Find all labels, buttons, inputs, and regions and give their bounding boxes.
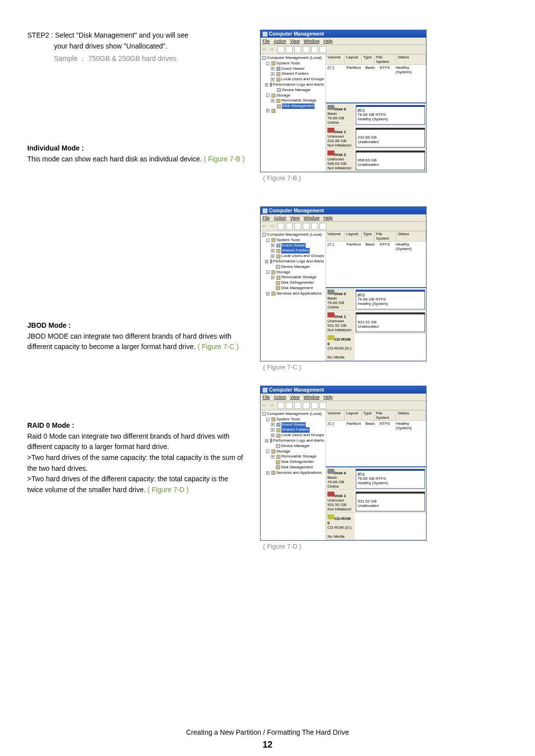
individual-body: This mode can show each hard disk as ind… [27, 155, 204, 163]
tree-root[interactable]: Computer Management (Local) [267, 55, 322, 61]
tree-disk-mgmt[interactable]: Disk Management [282, 103, 315, 109]
forward-icon[interactable]: ⇨ [270, 223, 276, 229]
disk-0-block[interactable]: Disk 0 Basic 76.68 GB Online (C:) 76.68 … [326, 103, 426, 126]
perf-icon [270, 83, 272, 87]
individual-fig: ( Figure 7-B ) [204, 155, 244, 163]
toolbar-button[interactable] [294, 402, 301, 409]
app-icon [263, 32, 268, 37]
tree-systools[interactable]: System Tools [276, 61, 300, 66]
menu-window[interactable]: Window [304, 215, 320, 220]
volume-row[interactable]: (C:) Partition Basic NTFS Healthy (Syste… [326, 65, 426, 75]
disk-1-block[interactable]: Disk 1Unknown931.52 GBNot Initialized 93… [326, 490, 426, 513]
toolbar-button[interactable] [303, 402, 310, 409]
raid0-fig: ( Figure 7-D ) [148, 486, 189, 494]
tree-local-users[interactable]: Local Users and Groups [281, 77, 324, 82]
individual-heading: Individual Mode : [27, 144, 84, 152]
toolbar-button[interactable] [294, 223, 301, 230]
toolbar-button[interactable] [311, 46, 318, 53]
folder-icon [271, 61, 275, 65]
jbod-heading: JBOD Mode : [27, 321, 71, 329]
disk-icon [327, 151, 334, 155]
toolbar-button[interactable] [277, 46, 284, 53]
raid0-heading: RAID 0 Mode : [27, 421, 74, 429]
nav-tree[interactable]: Computer Management (Local) -System Tool… [261, 410, 326, 540]
back-icon[interactable]: ⇦ [263, 223, 268, 229]
toolbar-button[interactable] [311, 402, 318, 409]
removable-icon [276, 99, 280, 103]
tree-event-viewer[interactable]: Event Viewer [281, 66, 305, 72]
toolbar-button[interactable] [286, 402, 293, 409]
toolbar-button[interactable] [303, 46, 310, 53]
menu-help[interactable]: Help [323, 395, 333, 400]
toolbar-button[interactable] [277, 223, 284, 230]
disk-1-block[interactable]: Disk 1Unknown931.52 GBNot Initialized 93… [326, 311, 426, 334]
menu-action[interactable]: Action [274, 395, 286, 400]
computer-management-window-c: Computer Management File Action View Win… [260, 206, 427, 361]
step2-line1: STEP2 : Select "Disk Management" and you… [27, 30, 245, 41]
page-number: 12 [0, 740, 535, 750]
toolbar-button[interactable] [294, 46, 301, 53]
disk-2-block[interactable]: Disk 2 Unknown 698.63 GB Not Initialized… [326, 149, 426, 172]
services-icon [271, 109, 275, 113]
raid0-body2: >Two hard drives of the same capacity: t… [27, 454, 243, 472]
menu-file[interactable]: File [263, 395, 270, 400]
titlebar: Computer Management [261, 30, 426, 38]
toolbar-button[interactable] [286, 46, 293, 53]
window-title: Computer Management [269, 31, 324, 37]
raid0-body1: Raid 0 Mode can integrate two different … [27, 432, 229, 451]
step2-sample: Sample ： 750GB & 250GB hard drives. [27, 53, 245, 64]
toolbar-button[interactable] [320, 402, 326, 409]
toolbar-button[interactable] [311, 223, 318, 230]
disk-1-block[interactable]: Disk 1 Unknown 232.88 GB Not Initialized… [326, 126, 426, 149]
forward-icon[interactable]: ⇨ [270, 403, 276, 408]
menu-file[interactable]: File [263, 215, 270, 220]
toolbar-button[interactable] [320, 46, 326, 53]
menu-view[interactable]: View [290, 39, 300, 44]
folder-icon [276, 72, 280, 76]
toolbar: ⇦ ⇨ [261, 45, 426, 54]
caption-b: ( Figure 7-B ) [260, 174, 508, 182]
cdrom-block[interactable]: CD-ROM 0CD-ROM (D:)No Media [326, 334, 426, 361]
back-icon[interactable]: ⇦ [263, 403, 268, 408]
folder-icon [271, 94, 275, 98]
menu-action[interactable]: Action [274, 215, 286, 220]
device-icon [277, 88, 281, 92]
disk-0-block[interactable]: Disk 0Basic76.68 GBOnline (C:)76.68 GB N… [326, 467, 426, 490]
caption-d: ( Figure 7-D ) [260, 543, 508, 550]
disk-0-block[interactable]: Disk 0Basic76.68 GBOnline (C:)76.68 GB N… [326, 288, 426, 311]
event-icon [276, 67, 280, 71]
computer-management-window-b: Computer Management File Action View Win… [260, 30, 427, 172]
jbod-fig: ( Figure 7-C ) [198, 343, 239, 351]
pc-icon [262, 56, 266, 60]
disk-pane: Volume Layout Type File System Status (C… [326, 54, 426, 172]
toolbar-button[interactable] [303, 223, 310, 230]
menu-window[interactable]: Window [304, 39, 320, 44]
tree-shared-folders[interactable]: Shared Folders [281, 71, 309, 77]
back-icon[interactable]: ⇦ [263, 47, 268, 52]
menu-action[interactable]: Action [274, 39, 286, 44]
menu-window[interactable]: Window [304, 395, 320, 400]
disk-icon [327, 128, 334, 133]
cdrom-block[interactable]: CD-ROM 0CD-ROM (D:)No Media [326, 513, 426, 540]
toolbar-button[interactable] [277, 402, 284, 409]
computer-management-window-d: Computer Management File Action View Win… [260, 386, 427, 541]
menu-view[interactable]: View [290, 215, 300, 220]
nav-tree[interactable]: Computer Management (Local) -System Tool… [261, 54, 326, 172]
tree-storage[interactable]: Storage [276, 93, 290, 99]
menu-bar[interactable]: File Action View Window Help [261, 38, 426, 45]
step2-line2: your hard drives show "Unallocated". [27, 41, 245, 51]
menu-file[interactable]: File [263, 39, 270, 44]
nav-tree[interactable]: Computer Management (Local) -System Tool… [261, 231, 326, 361]
toolbar-button[interactable] [286, 223, 293, 230]
menu-help[interactable]: Help [323, 39, 333, 44]
tree-perf-logs[interactable]: Performance Logs and Alerts [273, 82, 324, 88]
menu-help[interactable]: Help [323, 215, 333, 220]
caption-c: ( Figure 7-C ) [260, 363, 508, 371]
footer-heading: Creating a New Partition / Formatting Th… [0, 728, 535, 736]
forward-icon[interactable]: ⇨ [270, 47, 276, 52]
tree-device-mgr[interactable]: Device Manager [282, 88, 311, 93]
menu-view[interactable]: View [290, 395, 300, 400]
users-icon [276, 78, 280, 82]
tree-removable[interactable]: Removable Storage [281, 98, 317, 103]
toolbar-button[interactable] [320, 223, 326, 230]
